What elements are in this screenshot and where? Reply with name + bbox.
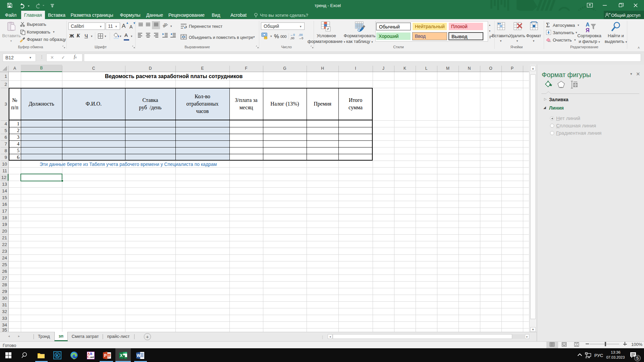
svg-text:W: W	[137, 353, 141, 358]
svg-text:А: А	[586, 22, 590, 27]
svg-text:Я: Я	[586, 27, 590, 33]
svg-text:≠: ≠	[327, 26, 329, 32]
svg-text:P: P	[104, 353, 107, 358]
svg-text:K: K	[56, 353, 59, 358]
svg-text:B: B	[90, 352, 93, 356]
svg-text:.net: .net	[90, 356, 94, 359]
svg-text:ab: ab	[163, 22, 168, 28]
svg-text:X: X	[120, 353, 123, 358]
